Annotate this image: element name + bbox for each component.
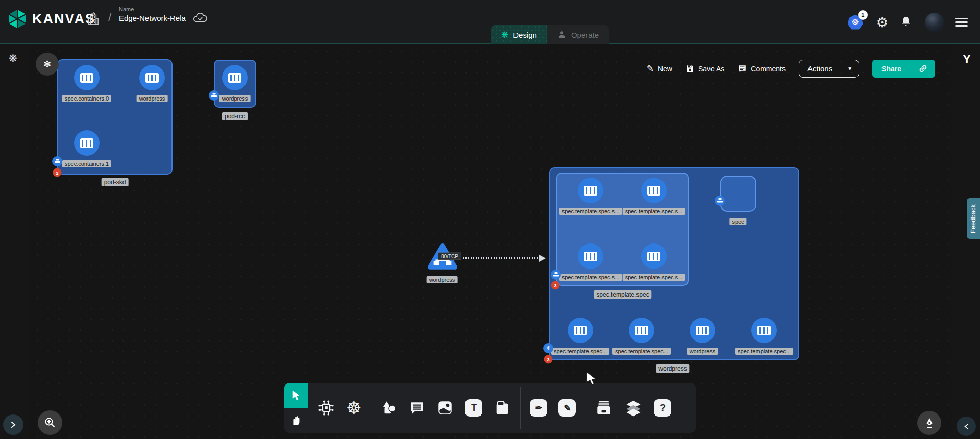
node-label: spec.template.spec.s... [623, 274, 685, 281]
design-name-input[interactable] [119, 12, 186, 25]
zoom-button[interactable] [38, 410, 62, 435]
pointer-icon [291, 390, 301, 401]
help-tool[interactable]: ? [654, 399, 671, 417]
kubernetes-icon: ☸ [851, 17, 859, 28]
node-wordpress-container[interactable] [222, 65, 248, 90]
app-header: KANVAS / Name [0, 0, 980, 44]
kubernetes-context-button[interactable]: ☸ 1 [848, 15, 863, 30]
node-wordpress-container[interactable] [139, 65, 165, 90]
tab-operate[interactable]: Operate [547, 25, 609, 44]
shapes-tool[interactable] [380, 399, 398, 417]
container-icon [584, 186, 597, 196]
notifications-button[interactable] [900, 15, 912, 30]
save-as-button[interactable]: Save As [685, 64, 724, 73]
rack-badge-icon[interactable] [52, 156, 62, 166]
text-tool[interactable]: T [465, 399, 482, 417]
logo-text: KANVAS [32, 11, 95, 27]
edge-arrowhead-icon [539, 255, 546, 262]
node-label: spec.template.spec.s... [559, 208, 622, 215]
kanvas-logo[interactable]: KANVAS [7, 7, 95, 31]
sticky-note-icon [494, 399, 511, 417]
draw-line-tool[interactable]: ✒ [530, 399, 547, 417]
node-label: wordpress [137, 95, 168, 102]
hand-icon [290, 415, 302, 426]
mouse-cursor-icon [586, 372, 597, 388]
gear-flower-icon: ✻ [43, 59, 51, 70]
container-icon [80, 138, 93, 148]
error-count-badge[interactable]: 3 [544, 355, 553, 364]
hamburger-icon [955, 18, 968, 19]
share-button[interactable]: Share [872, 60, 935, 78]
error-count-badge[interactable]: 2 [53, 168, 62, 177]
menu-button[interactable] [955, 16, 968, 29]
new-button[interactable]: ✎ New [647, 63, 672, 74]
actions-dropdown-caret[interactable]: ▼ [841, 60, 859, 77]
comments-button[interactable]: Comments [738, 64, 786, 74]
collapsed-gear-node[interactable]: ✻ [36, 53, 59, 76]
container-icon [574, 326, 587, 335]
mesh-badge-icon[interactable]: ❋ [543, 343, 553, 353]
feedback-tab[interactable]: Feedback [967, 198, 980, 239]
expand-left-panel-button[interactable] [3, 414, 23, 435]
node-label: spec.containers.1 [62, 160, 111, 167]
meshery-spiral-icon[interactable]: ❋ [9, 52, 17, 64]
node-label: spec.template.spec... [612, 348, 671, 355]
image-icon [436, 399, 454, 417]
node-template-container[interactable] [578, 178, 603, 203]
yaml-panel-toggle[interactable]: Y [963, 52, 971, 66]
comment-tool[interactable] [409, 400, 425, 416]
component-tool[interactable] [317, 399, 335, 417]
draw-freehand-tool[interactable]: ✎ [558, 399, 576, 417]
text-tool-icon: T [465, 399, 482, 417]
chip-icon [317, 399, 335, 417]
error-count-badge[interactable]: 3 [551, 281, 560, 290]
container-icon [635, 326, 648, 335]
collapse-right-panel-button[interactable] [957, 417, 976, 436]
shapes-icon [380, 399, 398, 417]
pan-tool[interactable] [284, 408, 308, 433]
operate-users-icon [557, 30, 567, 39]
layers-icon [624, 399, 643, 417]
layers-tool[interactable] [624, 399, 643, 417]
container-icon [584, 252, 597, 261]
user-avatar[interactable] [925, 13, 944, 32]
design-canvas[interactable]: spec.containers.0 wordpress spec.contain… [0, 46, 980, 439]
container-icon [647, 186, 660, 196]
node-template-container[interactable] [629, 318, 654, 343]
node-spec-containers-0[interactable] [74, 65, 100, 90]
node-template-container[interactable] [578, 243, 603, 269]
image-tool[interactable] [436, 399, 454, 417]
group-label-spec-template-spec: spec.template.spec [594, 290, 651, 299]
sticky-note-tool[interactable] [494, 399, 511, 417]
building-icon [87, 11, 100, 26]
actions-button[interactable]: Actions ▼ [799, 60, 859, 78]
organization-button[interactable] [87, 11, 100, 28]
select-tool[interactable] [284, 383, 308, 408]
magnifier-icon [44, 417, 56, 429]
node-spec[interactable] [720, 176, 756, 212]
copy-link-button[interactable] [911, 60, 935, 78]
node-template-container[interactable] [751, 318, 777, 343]
settings-button[interactable]: ⚙ [876, 16, 888, 29]
tab-design[interactable]: ❋ Design [491, 25, 547, 44]
whiteboard-pen-button[interactable] [917, 411, 941, 435]
node-template-container[interactable] [641, 243, 667, 269]
node-label: spec.template.spec... [735, 348, 793, 355]
rack-badge-icon[interactable] [715, 196, 725, 206]
pencil-icon: ✎ [647, 63, 654, 74]
drawer-icon [595, 399, 613, 417]
group-spec-template-spec[interactable] [556, 173, 689, 286]
node-wordpress-container[interactable] [690, 318, 715, 343]
container-icon [757, 326, 771, 335]
container-icon [647, 252, 660, 261]
rack-badge-icon[interactable] [209, 90, 219, 101]
design-name-block: Name [119, 6, 186, 25]
node-spec-containers-1[interactable] [74, 130, 100, 156]
kubernetes-tool[interactable]: ☸ [346, 399, 361, 417]
archive-tool[interactable] [595, 399, 613, 417]
helm-wheel-icon: ☸ [346, 399, 361, 417]
node-template-container[interactable] [568, 318, 593, 343]
edge-port-label: 80/TCP [438, 253, 461, 260]
node-template-container[interactable] [641, 178, 667, 203]
rack-badge-icon[interactable] [551, 270, 561, 280]
